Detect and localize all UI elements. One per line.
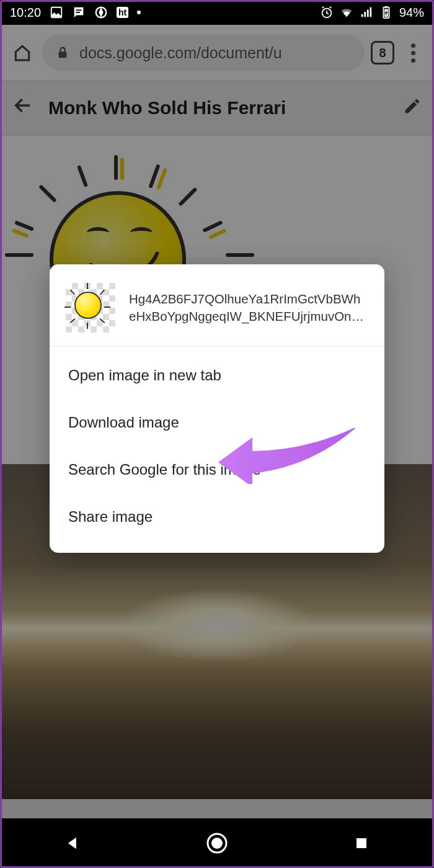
signal-icon [360,6,373,19]
circle-icon [94,6,108,19]
battery-icon [379,6,393,19]
status-bar: 10:20 ht 94% [0,0,434,25]
nav-home-button[interactable] [198,825,236,862]
system-nav-bar [0,818,434,868]
context-menu: Hg4A2B6FJ7QOlhueYa1RrImGctVbBWh eHxBoYpg… [50,264,384,553]
square-recents-icon [354,836,369,851]
menu-open-in-new-tab[interactable]: Open image in new tab [50,352,384,399]
context-menu-header: Hg4A2B6FJ7QOlhueYa1RrImGctVbBWh eHxBoYpg… [50,264,384,347]
image-thumbnail [66,283,115,333]
wifi-icon [340,6,353,19]
image-filename: Hg4A2B6FJ7QOlhueYa1RrImGctVbBWh eHxBoYpg… [129,290,364,324]
svg-rect-11 [356,838,366,848]
alarm-icon [320,6,334,19]
svg-point-10 [211,838,223,849]
menu-share-image[interactable]: Share image [50,493,384,540]
message-icon [72,6,86,19]
svg-rect-1 [76,9,81,11]
context-menu-list: Open image in new tab Download image Sea… [50,347,384,553]
status-time: 10:20 [10,6,41,20]
dot-icon [137,11,141,14]
ht-badge: ht [117,7,128,18]
menu-download-image[interactable]: Download image [50,399,384,446]
nav-recents-button[interactable] [343,825,380,862]
battery-percent: 94% [399,6,424,20]
nav-back-button[interactable] [54,825,91,862]
triangle-back-icon [64,834,81,852]
image-icon [50,6,63,19]
svg-rect-2 [76,12,79,13]
svg-rect-6 [385,6,388,7]
circle-home-icon [206,832,228,854]
menu-search-google[interactable]: Search Google for this image [50,446,384,493]
